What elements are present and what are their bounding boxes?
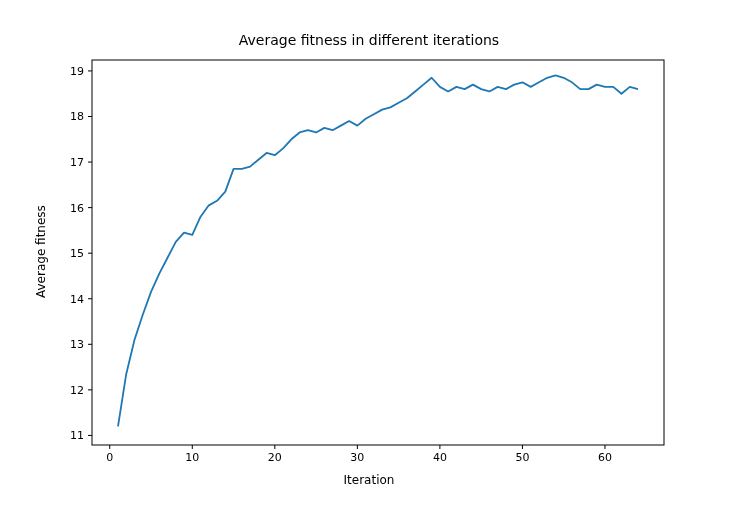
x-tick-label: 10 xyxy=(185,451,199,464)
chart-svg: 0102030405060111213141516171819 xyxy=(0,0,738,505)
y-tick-label: 12 xyxy=(70,384,84,397)
x-tick-label: 50 xyxy=(515,451,529,464)
y-tick-label: 18 xyxy=(70,110,84,123)
y-tick-label: 15 xyxy=(70,247,84,260)
y-tick-label: 16 xyxy=(70,202,84,215)
y-tick-label: 13 xyxy=(70,338,84,351)
chart-figure: Average fitness in different iterations … xyxy=(0,0,738,505)
x-tick-label: 60 xyxy=(598,451,612,464)
x-tick-label: 20 xyxy=(268,451,282,464)
y-tick-label: 11 xyxy=(70,429,84,442)
y-tick-label: 14 xyxy=(70,293,84,306)
data-line xyxy=(118,75,638,426)
x-tick-label: 30 xyxy=(350,451,364,464)
svg-rect-0 xyxy=(92,60,664,445)
x-tick-label: 0 xyxy=(106,451,113,464)
y-tick-label: 19 xyxy=(70,65,84,78)
y-tick-label: 17 xyxy=(70,156,84,169)
x-tick-label: 40 xyxy=(433,451,447,464)
